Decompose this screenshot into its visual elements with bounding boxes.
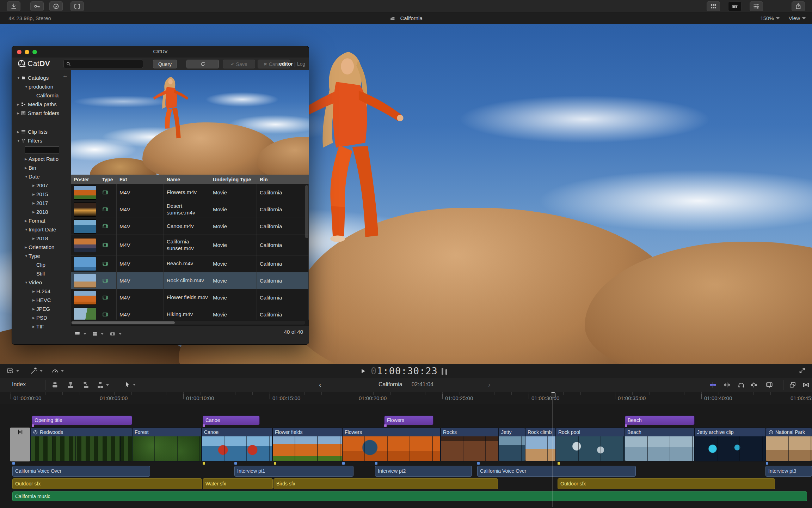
disclosure-right-icon[interactable]: ▶ — [17, 130, 21, 134]
timeline-ruler[interactable]: 01:00:00:0001:00:05:0001:00:10:0001:00:1… — [0, 392, 812, 404]
sidebar-item-date[interactable]: ▼Date — [12, 172, 71, 181]
sidebar-item-2018[interactable]: ▶2018 — [12, 234, 71, 243]
disclosure-right-icon[interactable]: ▶ — [32, 193, 36, 196]
video-clip[interactable]: Rock climb — [525, 428, 556, 461]
sidebar-item-bin[interactable]: ▶Bin — [12, 163, 71, 172]
sidebar-item-2018[interactable]: ▶2018 — [12, 207, 71, 216]
download-icon[interactable] — [7, 1, 20, 11]
chevron-down-icon[interactable] — [84, 333, 86, 335]
disclosure-right-icon[interactable]: ▶ — [32, 316, 36, 320]
title-clip[interactable]: Beach — [625, 416, 695, 425]
list-view-icon[interactable] — [74, 331, 80, 337]
user-session[interactable]: editor|Log — [279, 61, 305, 67]
sidebar-item-import-date[interactable]: ▼Import Date — [12, 225, 71, 234]
disclosure-right-icon[interactable]: ▶ — [25, 157, 29, 161]
sidebar-item-jpeg[interactable]: ▶JPEG — [12, 304, 71, 313]
refresh-button[interactable] — [186, 60, 219, 68]
check-circle-icon[interactable] — [49, 1, 63, 11]
disclosure-right-icon[interactable]: ▶ — [32, 307, 36, 311]
disclosure-down-icon[interactable]: ▼ — [17, 76, 21, 80]
sidebar-item-psd[interactable]: ▶PSD — [12, 313, 71, 322]
sidebar-item-still[interactable]: Still — [12, 269, 71, 278]
horizontal-scrollbar[interactable] — [71, 321, 305, 325]
video-clip[interactable]: Jetty — [499, 428, 525, 461]
disclosure-down-icon[interactable]: ▼ — [25, 228, 29, 231]
chevron-down-icon[interactable] — [119, 333, 122, 335]
audio-clip-sfx[interactable]: Outdoor sfx — [12, 478, 202, 489]
transform-icon[interactable] — [70, 1, 84, 11]
enhancements-tool[interactable] — [30, 367, 43, 375]
playhead-handle[interactable] — [551, 392, 555, 398]
disclosure-right-icon[interactable]: ▶ — [32, 210, 36, 214]
sidebar-item-2015[interactable]: ▶2015 — [12, 190, 71, 199]
column-header-bin[interactable]: Bin — [257, 177, 309, 182]
column-header-type[interactable]: Type — [99, 177, 117, 182]
table-row[interactable]: M4VDesert sunrise.m4vMovieCalifornia — [71, 201, 309, 218]
sidebar-item-production[interactable]: ▼production — [12, 82, 71, 91]
video-clip[interactable]: Beach — [625, 428, 695, 461]
video-clip[interactable]: Flower fields — [272, 428, 342, 461]
solo-toggle[interactable] — [737, 381, 745, 389]
expand-viewer-button[interactable] — [799, 367, 806, 374]
video-clip[interactable]: National Park — [766, 428, 812, 461]
range-selection-tool[interactable] — [6, 367, 19, 375]
filmstrip-small-icon[interactable] — [110, 331, 116, 337]
play-icon[interactable] — [359, 368, 367, 375]
disclosure-down-icon[interactable]: ▼ — [25, 281, 29, 284]
disclosure-right-icon[interactable]: ▶ — [17, 111, 21, 115]
table-row[interactable]: M4VHiking.m4vMovieCalifornia — [71, 306, 309, 320]
title-clip[interactable]: Canoe — [203, 416, 260, 425]
sidebar-item-video[interactable]: ▼Video — [12, 278, 71, 287]
table-row[interactable]: M4VRock climb.m4vMovieCalifornia — [71, 272, 309, 289]
grid-view-icon[interactable] — [707, 1, 720, 11]
browser-toggle[interactable] — [789, 381, 796, 389]
video-clip[interactable]: Redwoods — [30, 428, 132, 461]
column-header-poster[interactable]: Poster — [71, 177, 99, 182]
video-clip[interactable]: Rock pool — [556, 428, 625, 461]
title-clip[interactable]: Opening title — [32, 416, 132, 425]
table-row[interactable]: M4VFlower fields.m4vMovieCalifornia — [71, 289, 309, 306]
save-button[interactable]: ✔Save — [223, 60, 255, 68]
sidebar-item-2007[interactable]: ▶2007 — [12, 181, 71, 190]
audio-clip-music[interactable]: California music — [12, 491, 807, 501]
filter-input[interactable] — [25, 146, 59, 153]
sidebar-item-california[interactable]: California — [12, 91, 71, 100]
sidebar-item-clip[interactable]: Clip — [12, 260, 71, 269]
adjust-sliders-icon[interactable] — [750, 1, 763, 11]
sidebar-item-hevc[interactable]: ▶HEVC — [12, 296, 71, 304]
disclosure-right-icon[interactable]: ▶ — [25, 219, 29, 223]
disclosure-right-icon[interactable]: ▶ — [32, 325, 36, 328]
video-clip[interactable]: Canoe — [202, 428, 272, 461]
table-header[interactable]: PosterTypeExtNameUnderlying TypeBin — [71, 175, 309, 184]
vertical-scrollbar[interactable] — [305, 185, 308, 238]
query-button[interactable]: Query — [153, 60, 177, 68]
video-clip[interactable]: Jetty archive clip — [695, 428, 766, 461]
disclosure-right-icon[interactable]: ▶ — [32, 298, 36, 302]
audio-clip-dialogue[interactable]: California Voice Over — [12, 466, 150, 477]
video-clip[interactable]: Forest — [132, 428, 202, 461]
disclosure-right-icon[interactable]: ▶ — [25, 166, 29, 170]
sidebar-item-tif[interactable]: ▶TIF — [12, 322, 71, 331]
skimming-toggle[interactable] — [709, 381, 717, 389]
tools-menu-button[interactable] — [765, 381, 773, 389]
video-clip[interactable]: Rocks — [441, 428, 499, 461]
sidebar-item-aspect-ratio[interactable]: ▶Aspect Ratio — [12, 155, 71, 163]
snapping-toggle[interactable] — [750, 381, 758, 389]
filmstrip-view-icon[interactable] — [728, 1, 742, 11]
disclosure-right-icon[interactable]: ▶ — [25, 246, 29, 249]
grid-view-small-icon[interactable] — [92, 331, 98, 337]
disclosure-right-icon[interactable]: ▶ — [32, 237, 36, 240]
disclosure-down-icon[interactable]: ▼ — [17, 139, 21, 143]
sidebar-item-clip-lists[interactable]: ▶Clip lists — [12, 127, 71, 136]
audio-clip-sfx[interactable]: Birds sfx — [273, 478, 498, 489]
table-row[interactable]: M4VCanoe.m4vMovieCalifornia — [71, 218, 309, 235]
audio-clip-dialogue[interactable]: Interview pt3 — [765, 466, 812, 477]
sidebar-item-smart-folders[interactable]: ▶Smart folders — [12, 109, 71, 117]
sidebar-item-2017[interactable]: ▶2017 — [12, 199, 71, 207]
sidebar-item-h-264[interactable]: ▶H.264 — [12, 287, 71, 296]
video-clip[interactable]: Flowers — [342, 428, 441, 461]
key-icon[interactable] — [30, 1, 44, 11]
disclosure-down-icon[interactable]: ▼ — [25, 175, 29, 179]
transitions-browser-button[interactable] — [802, 381, 810, 389]
next-project-button[interactable]: › — [488, 381, 491, 389]
